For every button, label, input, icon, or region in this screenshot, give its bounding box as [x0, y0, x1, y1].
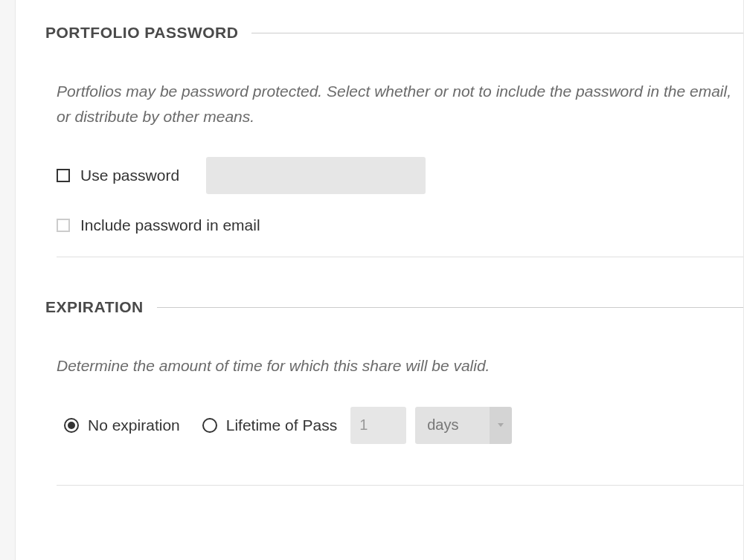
password-input[interactable]	[206, 157, 426, 194]
portfolio-password-section: PORTFOLIO PASSWORD Portfolios may be pas…	[45, 0, 743, 257]
lifetime-radio[interactable]	[202, 418, 217, 433]
divider-line	[251, 33, 743, 33]
chevron-down-icon	[498, 423, 504, 427]
section-header: PORTFOLIO PASSWORD	[45, 24, 743, 42]
lifetime-value-input[interactable]	[350, 407, 406, 444]
lifetime-unit-value: days	[415, 407, 490, 444]
expiration-options-row: No expiration Lifetime of Pass days	[64, 407, 743, 444]
lifetime-label: Lifetime of Pass	[226, 416, 337, 434]
use-password-checkbox[interactable]	[57, 169, 70, 182]
divider-line	[57, 485, 743, 486]
section-title: PORTFOLIO PASSWORD	[45, 24, 238, 42]
lifetime-unit-select[interactable]: days	[415, 407, 512, 444]
include-password-email-label: Include password in email	[80, 216, 260, 234]
section-header: EXPIRATION	[45, 298, 743, 316]
no-expiration-label: No expiration	[88, 416, 180, 434]
expiration-description: Determine the amount of time for which t…	[57, 353, 743, 379]
select-dropdown-button[interactable]	[490, 407, 512, 444]
include-password-email-checkbox[interactable]	[57, 219, 70, 232]
use-password-row: Use password	[57, 157, 743, 194]
password-description: Portfolios may be password protected. Se…	[57, 79, 743, 129]
settings-panel: PORTFOLIO PASSWORD Portfolios may be pas…	[15, 0, 744, 560]
no-expiration-radio[interactable]	[64, 418, 79, 433]
use-password-label: Use password	[80, 167, 179, 184]
include-password-email-row: Include password in email	[57, 216, 743, 234]
expiration-section: EXPIRATION Determine the amount of time …	[45, 257, 743, 486]
divider-line	[157, 307, 743, 308]
section-title: EXPIRATION	[45, 298, 144, 316]
